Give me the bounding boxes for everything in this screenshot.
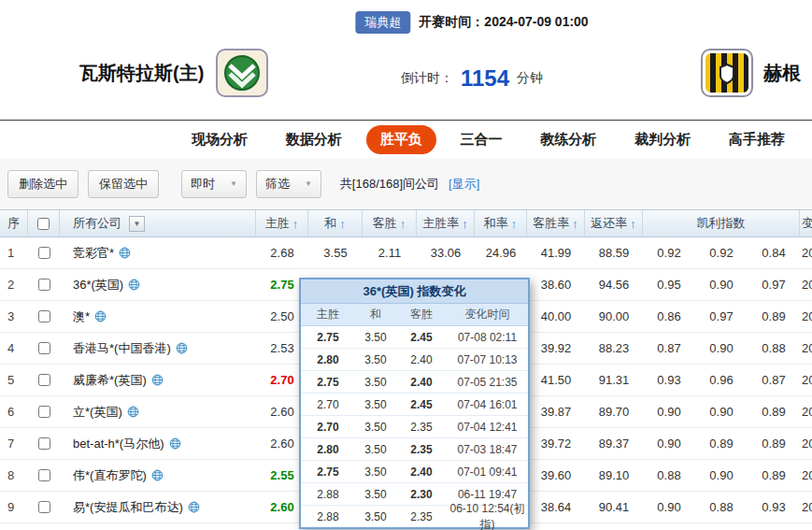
- globe-icon[interactable]: [151, 374, 164, 386]
- nav-tab[interactable]: 三合一: [446, 125, 516, 154]
- col-home_rate[interactable]: 主胜率↑: [417, 210, 475, 236]
- col-away[interactable]: 客胜↑: [363, 210, 417, 236]
- return-rate: 89.37: [585, 428, 643, 459]
- kelly-value: 0.90: [643, 500, 695, 514]
- home-odds[interactable]: 2.68: [256, 237, 308, 268]
- company-cell: 36*(英国): [60, 269, 256, 300]
- row-checkbox[interactable]: [38, 469, 50, 481]
- sort-asc-icon[interactable]: ↑: [572, 217, 578, 231]
- col-company[interactable]: 所有公司▼: [60, 210, 256, 236]
- company-count: 共[168/168]间公司: [340, 176, 439, 193]
- away-team: 赫根: [701, 49, 801, 97]
- col-return_rate[interactable]: 返还率↑: [585, 210, 643, 236]
- row-index: 1: [0, 237, 28, 268]
- return-rate: 91.31: [585, 365, 643, 395]
- row-checkbox-cell: [28, 333, 60, 364]
- popup-change-time: 07-04 12:41: [447, 421, 528, 434]
- kelly-value: 0.87: [748, 373, 800, 387]
- company-name[interactable]: 易*(安提瓜和巴布达): [73, 499, 183, 516]
- popup-away-odds: 2.45: [396, 398, 447, 411]
- kelly-value: 0.90: [695, 405, 748, 419]
- popup-home-odds: 2.88: [301, 488, 355, 501]
- globe-icon[interactable]: [127, 406, 139, 418]
- popup-row: 2.803.502.4007-07 10:13: [301, 349, 528, 371]
- row-index: 5: [0, 365, 28, 395]
- col-draw_rate[interactable]: 和率↑: [475, 210, 527, 236]
- nav-tab[interactable]: 数据分析: [272, 125, 356, 154]
- away-rate: 40.00: [527, 301, 585, 332]
- company-name[interactable]: 竞彩官*: [73, 245, 114, 262]
- return-rate: 90.00: [585, 301, 643, 332]
- globe-icon[interactable]: [169, 437, 181, 450]
- home-team-name: 瓦斯特拉斯(主): [79, 61, 204, 86]
- keep-selected-button[interactable]: 保留选中: [88, 170, 159, 198]
- row-checkbox[interactable]: [38, 406, 50, 418]
- company-name[interactable]: bet-at-h*(马尔他): [73, 436, 164, 452]
- away-rate: 38.64: [527, 492, 585, 523]
- row-index: 9: [0, 492, 28, 523]
- odds-change-popup: 36*(英国) 指数变化 主胜和客胜变化时间 2.753.502.4507-08…: [299, 278, 530, 529]
- company-name[interactable]: 澳*: [73, 308, 90, 325]
- globe-icon[interactable]: [151, 469, 164, 481]
- sort-asc-icon[interactable]: ↑: [630, 217, 636, 231]
- globe-icon[interactable]: [94, 310, 107, 322]
- company-name[interactable]: 伟*(直布罗陀): [73, 467, 147, 484]
- away-rate: 38.60: [527, 269, 585, 300]
- kelly-cell: 0.880.900.89: [643, 460, 800, 491]
- globe-icon[interactable]: [188, 501, 200, 513]
- sort-asc-icon[interactable]: ↑: [462, 217, 468, 231]
- nav-tab[interactable]: 现场分析: [178, 125, 262, 154]
- popup-row: 2.803.502.3507-03 18:47: [301, 438, 528, 461]
- home-rate: 33.06: [417, 237, 475, 268]
- row-checkbox[interactable]: [38, 279, 50, 291]
- row-checkbox[interactable]: [38, 342, 50, 354]
- col-draw[interactable]: 和↑: [308, 210, 363, 236]
- company-filter-dropdown-icon[interactable]: ▼: [129, 216, 145, 232]
- globe-icon[interactable]: [176, 342, 188, 354]
- popup-draw-odds: 3.50: [355, 353, 396, 366]
- row-checkbox-cell: [28, 492, 60, 523]
- return-rate: 89.10: [585, 460, 643, 491]
- col-home[interactable]: 主胜↑: [256, 210, 308, 236]
- row-checkbox[interactable]: [38, 310, 50, 322]
- sort-asc-icon[interactable]: ↑: [339, 217, 346, 231]
- popup-change-time: 07-05 21:35: [447, 376, 528, 389]
- kelly-value: 0.93: [643, 373, 695, 387]
- nav-tab[interactable]: 裁判分析: [620, 125, 705, 154]
- row-checkbox[interactable]: [38, 437, 50, 450]
- row-index: 10: [0, 523, 28, 530]
- globe-icon[interactable]: [119, 247, 131, 259]
- sort-asc-icon[interactable]: ↑: [511, 217, 518, 231]
- away-odds[interactable]: 2.11: [363, 237, 417, 268]
- kelly-value: 0.89: [748, 437, 800, 451]
- company-name[interactable]: 香港马*(中国香港): [73, 340, 171, 357]
- kelly-value: 0.84: [748, 246, 800, 260]
- col-away_rate[interactable]: 客胜率↑: [527, 210, 585, 236]
- instant-dropdown[interactable]: 即时 ▼: [181, 170, 247, 198]
- row-checkbox[interactable]: [38, 247, 50, 259]
- delete-selected-button[interactable]: 删除选中: [7, 170, 78, 198]
- league-badge[interactable]: 瑞典超: [355, 11, 410, 34]
- sort-asc-icon[interactable]: ↑: [400, 217, 406, 231]
- popup-away-odds: 2.40: [396, 466, 447, 479]
- draw-odds[interactable]: 3.55: [308, 237, 363, 268]
- select-all-checkbox[interactable]: [37, 218, 50, 230]
- show-link[interactable]: [显示]: [449, 176, 479, 193]
- popup-away-odds: 2.35: [396, 510, 447, 523]
- company-name[interactable]: 威廉希*(英国): [73, 372, 147, 389]
- page: 瑞典超 开赛时间：2024-07-09 01:00 瓦斯特拉斯(主) 倒计时： …: [0, 0, 812, 530]
- company-name[interactable]: 立*(英国): [73, 404, 122, 421]
- sort-asc-icon[interactable]: ↑: [292, 217, 299, 231]
- nav-tab[interactable]: 教练分析: [526, 125, 610, 154]
- col-label: 返还率: [591, 215, 627, 232]
- globe-icon[interactable]: [128, 279, 140, 291]
- row-checkbox[interactable]: [38, 501, 50, 513]
- filter-dropdown[interactable]: 筛选 ▼: [256, 170, 321, 198]
- row-checkbox[interactable]: [38, 374, 50, 386]
- company-name[interactable]: 36*(英国): [73, 277, 123, 294]
- nav-tab[interactable]: 高手推荐: [715, 125, 799, 154]
- kelly-value: 0.90: [695, 341, 748, 355]
- chevron-down-icon: ▼: [230, 179, 237, 188]
- nav-tab[interactable]: 胜平负: [366, 125, 436, 154]
- popup-home-odds: 2.70: [301, 421, 355, 434]
